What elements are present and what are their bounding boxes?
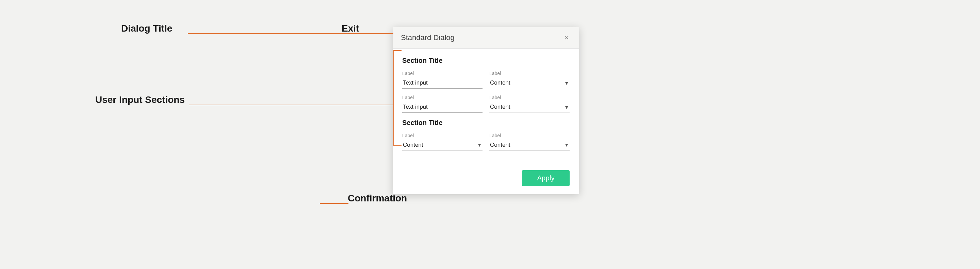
annotation-exit: Exit: [342, 23, 359, 34]
label-1-1: Label: [402, 71, 482, 76]
apply-button[interactable]: Apply: [522, 170, 570, 186]
dialog-header: Standard Dialog ×: [393, 27, 579, 49]
label-2-1: Label: [402, 95, 482, 100]
scene: Standard Dialog × Section Title Label La…: [0, 0, 980, 269]
text-input-1-1[interactable]: [402, 78, 482, 89]
form-group-2-2: Label Content ▼: [489, 95, 570, 113]
form-group-1-1: Label: [402, 71, 482, 89]
annotation-bracket-tick-top: [393, 50, 401, 51]
annotation-line-dialog-title: [188, 33, 393, 34]
annotation-user-input: User Input Sections: [95, 95, 185, 105]
form-row-2: Label Label Content ▼: [402, 95, 570, 113]
annotation-dialog-title: Dialog Title: [121, 23, 172, 34]
form-row-1: Label Label Content ▼: [402, 71, 570, 89]
label-1-2: Label: [489, 71, 570, 76]
annotation-confirmation: Confirmation: [348, 193, 407, 204]
select-3-1[interactable]: Content: [402, 139, 482, 150]
form-group-2-1: Label: [402, 95, 482, 113]
section-title-2: Section Title: [402, 119, 570, 127]
form-group-3-1: Label Content ▼: [402, 133, 482, 150]
select-2-1[interactable]: Content: [489, 101, 570, 112]
select-3-2[interactable]: Content: [489, 139, 570, 150]
form-row-3: Label Content ▼ Label Content ▼: [402, 133, 570, 150]
form-group-1-2: Label Content ▼: [489, 71, 570, 89]
label-2-2: Label: [489, 95, 570, 100]
annotation-bracket-left: [393, 50, 394, 146]
section-title-1: Section Title: [402, 57, 570, 65]
label-3-2: Label: [489, 133, 570, 138]
close-button[interactable]: ×: [563, 33, 571, 42]
annotation-line-exit: [320, 33, 344, 34]
dialog: Standard Dialog × Section Title Label La…: [393, 27, 579, 194]
dialog-body: Section Title Label Label Content ▼: [393, 49, 579, 166]
annotation-bracket-tick-bottom: [393, 146, 401, 146]
form-group-3-2: Label Content ▼: [489, 133, 570, 150]
text-input-2-1[interactable]: [402, 101, 482, 113]
dialog-footer: Apply: [393, 166, 579, 194]
select-1-1[interactable]: Content: [489, 78, 570, 88]
label-3-1: Label: [402, 133, 482, 138]
annotation-line-confirmation: [320, 203, 348, 204]
dialog-title: Standard Dialog: [401, 33, 455, 42]
annotation-line-user-input: [189, 104, 393, 105]
